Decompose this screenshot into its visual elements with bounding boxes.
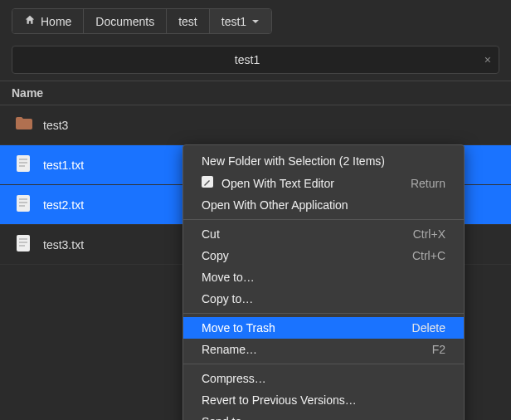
menu-revert[interactable]: Revert to Previous Versions… bbox=[183, 389, 464, 411]
menu-move-to-trash[interactable]: Move to TrashDelete bbox=[183, 317, 464, 339]
svg-rect-0 bbox=[17, 155, 30, 172]
menu-label: Move to… bbox=[202, 271, 255, 284]
menu-copy[interactable]: CopyCtrl+C bbox=[183, 245, 464, 266]
search-bar: × bbox=[12, 46, 499, 74]
menu-separator bbox=[183, 364, 464, 364]
menu-shortcut: F2 bbox=[432, 343, 445, 356]
menu-cut[interactable]: CutCtrl+X bbox=[183, 223, 464, 245]
svg-rect-4 bbox=[17, 195, 30, 212]
menu-label: Open With Text Editor bbox=[221, 177, 334, 190]
file-name: test1.txt bbox=[43, 159, 84, 172]
menu-shortcut: Ctrl+C bbox=[412, 249, 445, 262]
menu-label: New Folder with Selection (2 Items) bbox=[202, 154, 385, 168]
menu-label: Open With Other Application bbox=[202, 198, 348, 212]
file-name: test2.txt bbox=[43, 198, 84, 212]
home-icon bbox=[24, 14, 36, 28]
menu-label: Revert to Previous Versions… bbox=[202, 393, 357, 407]
context-menu: New Folder with Selection (2 Items) Open… bbox=[182, 144, 465, 420]
menu-label: Move to Trash bbox=[202, 321, 275, 335]
menu-copy-to[interactable]: Copy to… bbox=[183, 288, 464, 310]
clear-search-icon[interactable]: × bbox=[484, 53, 491, 66]
text-file-icon bbox=[13, 233, 33, 256]
menu-send-to[interactable]: Send to… bbox=[183, 411, 464, 420]
breadcrumb-item-documents[interactable]: Documents bbox=[84, 9, 167, 33]
text-file-icon bbox=[13, 193, 33, 216]
file-name: test3 bbox=[43, 119, 68, 132]
menu-separator bbox=[183, 313, 464, 314]
chevron-down-icon bbox=[251, 15, 260, 28]
folder-icon bbox=[13, 114, 33, 136]
search-input[interactable] bbox=[12, 46, 499, 74]
svg-rect-8 bbox=[17, 235, 30, 252]
menu-compress[interactable]: Compress… bbox=[183, 368, 464, 389]
text-editor-app-icon bbox=[202, 176, 213, 190]
menu-separator bbox=[183, 219, 464, 220]
column-header-name[interactable]: Name bbox=[0, 81, 511, 105]
menu-label: Rename… bbox=[202, 343, 257, 356]
menu-label: Send to… bbox=[202, 415, 253, 420]
breadcrumb-label: test1 bbox=[221, 15, 246, 28]
menu-label: Copy to… bbox=[202, 292, 253, 305]
menu-open-with-text-editor[interactable]: Open With Text Editor Return bbox=[183, 172, 464, 194]
list-item[interactable]: test3 bbox=[0, 105, 511, 145]
menu-rename[interactable]: Rename…F2 bbox=[183, 339, 464, 360]
menu-open-with-other[interactable]: Open With Other Application bbox=[183, 194, 464, 216]
breadcrumb-home-label: Home bbox=[41, 15, 71, 28]
breadcrumb-item-test[interactable]: test bbox=[167, 9, 210, 33]
menu-shortcut: Return bbox=[411, 177, 445, 190]
breadcrumb-crumbs: Home Documents test test1 bbox=[12, 8, 272, 34]
menu-shortcut: Ctrl+X bbox=[413, 227, 445, 241]
menu-label: Compress… bbox=[202, 372, 266, 385]
menu-label: Cut bbox=[202, 227, 220, 241]
menu-shortcut: Delete bbox=[412, 321, 445, 335]
breadcrumb-label: test bbox=[178, 15, 197, 28]
breadcrumb-home[interactable]: Home bbox=[12, 9, 84, 33]
menu-new-folder-selection[interactable]: New Folder with Selection (2 Items) bbox=[183, 150, 464, 172]
file-name: test3.txt bbox=[43, 238, 84, 252]
breadcrumb: Home Documents test test1 bbox=[0, 0, 511, 42]
text-file-icon bbox=[13, 154, 33, 176]
breadcrumb-label: Documents bbox=[95, 15, 154, 28]
breadcrumb-item-test1[interactable]: test1 bbox=[210, 9, 271, 33]
menu-move-to[interactable]: Move to… bbox=[183, 266, 464, 288]
menu-label: Copy bbox=[202, 249, 229, 262]
